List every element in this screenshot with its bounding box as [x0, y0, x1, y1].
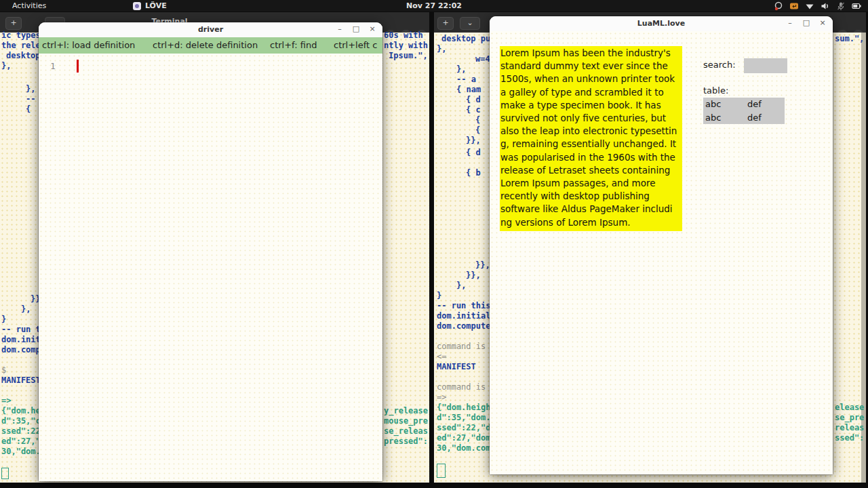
luaml-content: Lorem Ipsum has been the industry'sstand… — [490, 31, 833, 474]
clock[interactable]: Nov 27 22:02 — [0, 1, 868, 10]
table-cell: abc — [703, 113, 747, 123]
search-input[interactable] — [744, 58, 787, 73]
data-table[interactable]: abcdefabcdef — [703, 98, 785, 124]
lorem-line: standard dummy text ever since the — [500, 60, 682, 73]
lorem-line: recently with desktop publishing — [500, 190, 682, 203]
maximize-button[interactable]: □ — [802, 18, 811, 28]
system-tray[interactable] — [774, 0, 861, 12]
minimize-button[interactable]: – — [335, 24, 344, 34]
shortcut-hint: ctrl+f: find — [270, 40, 317, 50]
table-cell: abc — [703, 99, 747, 109]
close-button[interactable]: × — [818, 18, 827, 28]
table-cell: def — [747, 113, 762, 123]
lorem-line: was popularised in the 1960s with the — [500, 151, 682, 164]
lorem-line: Lorem Ipsum passages, and more — [500, 177, 682, 190]
keyboard-layout-icon — [789, 1, 799, 11]
network-icon — [805, 1, 814, 11]
editor-area[interactable]: 1 — [39, 54, 382, 481]
minimize-button[interactable]: – — [785, 18, 795, 28]
line-number: 1 — [50, 61, 56, 71]
window-title: LuaML.love — [490, 19, 833, 28]
close-button[interactable]: × — [368, 24, 377, 34]
driver-window[interactable]: driver – □ × ctrl+l: load definitionctrl… — [39, 22, 382, 481]
driver-titlebar[interactable]: driver – □ × — [39, 22, 382, 38]
shortcut-hint: ctrl+left c — [334, 40, 377, 50]
new-tab-chevron-button[interactable]: ⌄ — [460, 17, 480, 30]
battery-icon — [852, 1, 861, 11]
lorem-line: survived not only five centuries, but — [500, 112, 682, 125]
table-cell: def — [747, 99, 762, 109]
shortcut-toolbar: ctrl+l: load definitionctrl+d: delete de… — [39, 37, 382, 54]
lorem-line: ng versions of Lorem Ipsum. — [500, 216, 682, 229]
table-row[interactable]: abcdef — [703, 111, 785, 125]
luaml-titlebar[interactable]: LuaML.love – □ × — [490, 16, 833, 32]
search-label: search: — [703, 60, 736, 70]
lorem-text-block: Lorem Ipsum has been the industry'sstand… — [500, 46, 682, 231]
lorem-line: also the leap into electronic typesettin — [500, 125, 682, 138]
luaml-window[interactable]: LuaML.love – □ × Lorem Ipsum has been th… — [490, 16, 833, 474]
lorem-line: software like Aldus PageMaker includi — [500, 203, 682, 216]
new-tab-button[interactable]: + — [5, 17, 22, 30]
text-caret — [77, 60, 79, 73]
maximize-button[interactable]: □ — [351, 24, 361, 34]
shortcut-hint: ctrl+d: delete definition — [153, 40, 258, 50]
topbar: Activities LÖVE Nov 27 22:02 — [0, 0, 868, 12]
lorem-line: g, remaining essentially unchanged. It — [500, 138, 682, 150]
lorem-line: 1500s, when an unknown printer took — [500, 73, 682, 85]
lorem-line: a galley of type and scrambled it to — [500, 86, 682, 99]
terminal-scrollbar[interactable] — [861, 33, 866, 483]
shortcut-hint: ctrl+l: load definition — [42, 40, 135, 50]
new-tab-button[interactable]: + — [437, 17, 454, 30]
window-title: driver — [39, 25, 382, 34]
microphone-muted-icon — [836, 1, 846, 11]
volume-icon — [821, 1, 830, 11]
desktop: + ⌄ Terminal ⌕ ≡ – □ × + ⌄ □ × ic typest… — [0, 0, 868, 488]
table-row[interactable]: abcdef — [703, 98, 785, 111]
recording-indicator-icon — [774, 1, 783, 11]
table-label: table: — [703, 85, 728, 96]
lorem-line: Lorem Ipsum has been the industry's — [500, 47, 682, 60]
lorem-line: make a type specimen book. It has — [500, 99, 682, 112]
lorem-line: release of Letraset sheets containing — [500, 164, 682, 177]
